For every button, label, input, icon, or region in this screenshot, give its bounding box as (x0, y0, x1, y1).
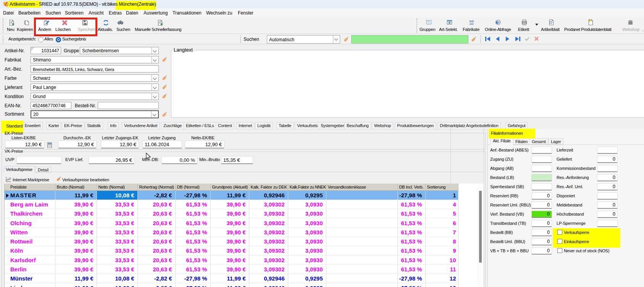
svg-text:?: ? (550, 21, 552, 24)
svg-text:ABC: ABC (470, 23, 474, 25)
